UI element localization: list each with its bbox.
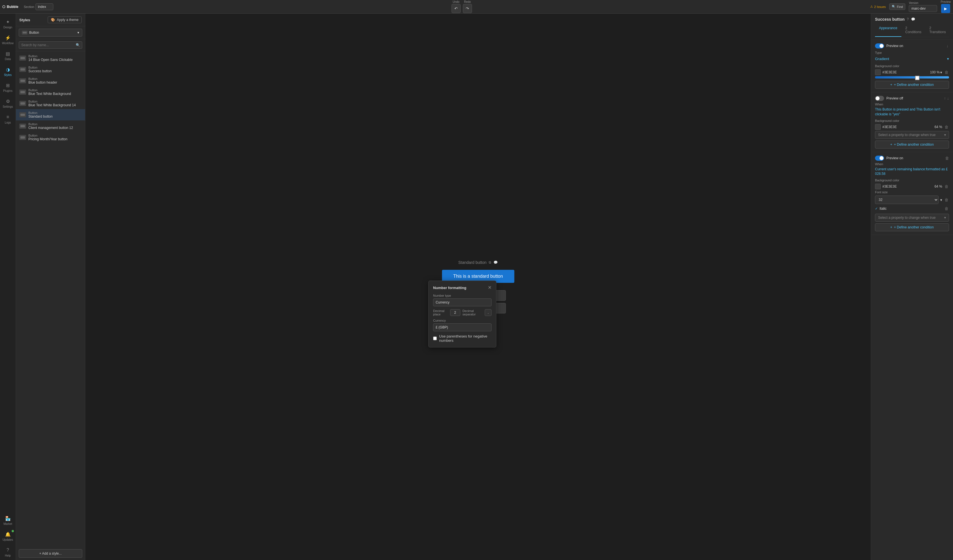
condition2-delete-icon[interactable]: 🗑: [945, 156, 949, 160]
find-label: Find: [897, 5, 903, 8]
download-icon[interactable]: ↓: [946, 43, 949, 49]
right-panel-body: Preview on ↓ Type Gradient ▾ Background …: [871, 40, 953, 560]
cond1-color-hex: #3E3E3E: [882, 125, 933, 129]
right-panel: Success button ? 💬 Appearance 2 Conditio…: [871, 14, 953, 560]
cond1-property-label: Select a property to change when true: [878, 133, 936, 137]
style-item-icon-4: [19, 101, 26, 106]
delete-bg-icon[interactable]: 🗑: [944, 70, 949, 75]
style-item-4[interactable]: Button Blue Text White Background 14: [16, 98, 85, 109]
currency-select[interactable]: £ (GBP): [433, 323, 492, 331]
preview-on-toggle: Preview on: [875, 43, 903, 48]
cond1-delete-icon[interactable]: 🗑: [944, 124, 949, 130]
copy-icon[interactable]: ⧉: [489, 260, 491, 265]
cond2-property-select[interactable]: Select a property to change when true ▾: [875, 214, 949, 221]
style-item-5[interactable]: Button Standard button: [16, 109, 85, 121]
preview-on-row: Preview on ↓: [875, 43, 949, 49]
condition-text-value-2: Current user's remaining balance:formatt…: [875, 167, 948, 176]
search-input[interactable]: [19, 42, 82, 49]
plugins-icon: ⊞: [5, 82, 11, 88]
define-condition-button-3[interactable]: + + Define another condition: [875, 223, 949, 231]
redo-button[interactable]: ↷: [463, 4, 472, 13]
workflow-label: Workflow: [2, 42, 14, 45]
decimal-place-input[interactable]: [450, 309, 460, 316]
styles-type-select[interactable]: Button ▾: [19, 29, 82, 37]
style-item-3[interactable]: Button Blue Text White Background: [16, 87, 85, 98]
decimal-separator-input[interactable]: [485, 309, 492, 316]
issues-button[interactable]: ⚠ 2 Issues: [870, 5, 886, 8]
style-item-2[interactable]: Button Blue button header: [16, 75, 85, 87]
opacity-row: 100 % ▾: [930, 70, 942, 74]
define-condition-button-1[interactable]: + + Define another condition: [875, 81, 949, 89]
theme-icon: 🎨: [51, 18, 55, 22]
cond2-opacity-value: 64 %: [934, 184, 942, 189]
preview-on-switch[interactable]: [875, 43, 884, 48]
condition-down-icon[interactable]: ↓: [947, 96, 949, 101]
find-button[interactable]: 🔍 Find: [889, 3, 905, 10]
style-item-icon-3: [19, 90, 26, 94]
condition-actions-1: ↑ ↓: [944, 96, 949, 101]
tab-appearance[interactable]: Appearance: [875, 24, 902, 37]
condition-text-1[interactable]: This Button is pressed and This Button i…: [875, 107, 949, 117]
parentheses-checkbox[interactable]: [433, 336, 437, 340]
font-size-select[interactable]: 32: [875, 196, 939, 204]
sidebar-item-workflow[interactable]: ⚡ Workflow: [0, 32, 16, 48]
gradient-bar[interactable]: [875, 76, 949, 79]
version-select[interactable]: marc-dev: [909, 5, 937, 12]
issues-count: 2 Issues: [874, 5, 886, 8]
cond2-delete-icon[interactable]: 🗑: [944, 184, 949, 189]
add-style-button[interactable]: + Add a style...: [19, 549, 82, 558]
condition-header-2: Preview on 🗑: [875, 156, 949, 161]
type-select[interactable]: Gradient ▾: [875, 56, 949, 62]
style-item-1[interactable]: Button Success button: [16, 64, 85, 75]
sidebar-item-logs[interactable]: ≡ Logs: [0, 111, 16, 127]
sidebar-item-styles[interactable]: ◑ Styles: [0, 63, 16, 79]
define-condition-button-2[interactable]: + + Define another condition: [875, 141, 949, 149]
cond1-color-swatch[interactable]: [875, 124, 881, 130]
sidebar-item-help[interactable]: ? Help: [0, 544, 16, 560]
help-circle-icon[interactable]: ?: [907, 17, 909, 21]
canvas-area[interactable]: Standard button ⧉ 💬 This is a standard b…: [85, 14, 871, 560]
color-swatch[interactable]: [875, 70, 881, 75]
preview-on-label: Preview on: [886, 44, 903, 48]
condition-text-2[interactable]: Current user's remaining balance:formatt…: [875, 167, 949, 176]
sidebar-item-data[interactable]: ▤ Data: [0, 48, 16, 63]
preview-button[interactable]: ▶: [941, 4, 950, 13]
apply-theme-label: Apply a theme: [57, 18, 79, 22]
plugins-label: Plugins: [3, 89, 12, 92]
sidebar-item-updates[interactable]: 🔔 Updates: [0, 528, 16, 544]
cond2-color-swatch[interactable]: [875, 184, 881, 189]
condition-block-1: Preview off ↑ ↓ When This Button is pres…: [871, 92, 953, 152]
section-select[interactable]: index: [36, 3, 53, 10]
style-item-7[interactable]: Button Pricing Month/Year button: [16, 132, 85, 143]
style-item-6[interactable]: Button Client management button 12: [16, 121, 85, 132]
comment-icon[interactable]: 💬: [494, 260, 498, 265]
logs-label: Logs: [5, 121, 11, 124]
preview-on-switch-2[interactable]: [875, 156, 884, 161]
font-size-input-row: 32 ▾ 🗑: [875, 196, 949, 204]
decimal-separator-item: Decimal separator: [463, 309, 492, 316]
version-label: Version: [909, 2, 937, 5]
apply-theme-button[interactable]: 🎨 Apply a theme: [48, 17, 82, 23]
modal-close-button[interactable]: ✕: [488, 285, 492, 290]
tab-transitions[interactable]: 2 Transitions: [925, 24, 950, 37]
preview-label: Preview: [941, 0, 951, 3]
style-item-0[interactable]: Button 14 Blue Open Sans Clickable: [16, 53, 85, 64]
tab-conditions[interactable]: 2 Conditions: [902, 24, 925, 37]
preview-off-switch[interactable]: [875, 96, 884, 101]
cond1-property-select[interactable]: Select a property to change when true ▾: [875, 131, 949, 139]
number-type-select[interactable]: Currency: [433, 299, 492, 306]
sidebar-item-market[interactable]: 🏪 Market: [0, 512, 16, 528]
style-item-icon-7: [19, 135, 26, 140]
undo-button[interactable]: ↶: [452, 4, 461, 13]
sidebar-item-plugins[interactable]: ⊞ Plugins: [0, 79, 16, 95]
sidebar-item-settings[interactable]: ⚙ Settings: [0, 95, 16, 111]
condition-up-icon[interactable]: ↑: [944, 96, 946, 101]
tab-conditions-label: 2 Conditions: [905, 26, 922, 34]
cond1-bg-color-row: #3E3E3E 64 % 🗑: [875, 124, 949, 130]
style-desc-7: Pricing Month/Year button: [28, 137, 67, 141]
chat-icon[interactable]: 💬: [911, 17, 915, 21]
help-label: Help: [5, 554, 11, 557]
font-size-delete-icon[interactable]: 🗑: [944, 197, 949, 203]
italic-delete-icon[interactable]: 🗑: [944, 206, 949, 212]
sidebar-item-design[interactable]: ✦ Design: [0, 16, 16, 32]
